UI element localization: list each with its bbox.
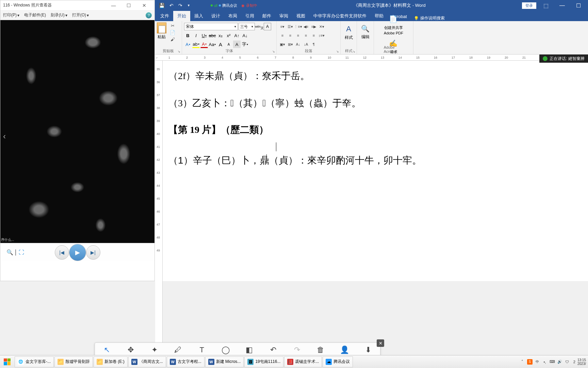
tab-mailings[interactable]: 邮件 [258, 11, 275, 21]
find-icon[interactable]: 🔍 [361, 25, 370, 33]
taskbar-item[interactable]: W新建 Micros... [205, 356, 244, 367]
increase-indent-button[interactable]: ≡▶ [310, 23, 317, 30]
fit-window-icon[interactable]: ⛶ [17, 248, 26, 257]
sort-button[interactable]: A↓ [294, 41, 302, 48]
enclose-char-button[interactable]: 字 [241, 41, 249, 48]
format-painter-icon[interactable]: 🖌 [169, 36, 176, 42]
align-right-button[interactable]: ≡ [294, 32, 302, 39]
tab-zhonghua[interactable]: 中华字库办公套件支持软件 [309, 11, 371, 21]
tab-view[interactable]: 视图 [292, 11, 309, 21]
taskbar-item[interactable]: 📁新加卷 (E:) [94, 356, 128, 367]
word-maximize-button[interactable]: ☐ [572, 2, 585, 9]
shading-button[interactable]: ▣▾ [279, 41, 286, 48]
underline-button[interactable]: U [200, 32, 208, 39]
undo-icon[interactable]: ↶ [169, 3, 174, 8]
menu-burn[interactable]: 刻录(U) ▾ [51, 12, 67, 18]
word-minimize-button[interactable]: — [555, 2, 569, 9]
subscript-button[interactable]: x₂ [217, 32, 224, 39]
clock[interactable]: 13:15 2023/ [577, 358, 586, 366]
maximize-button[interactable]: ☐ [121, 1, 136, 10]
font-color-button[interactable]: A [200, 41, 208, 48]
shrink-font2-button[interactable]: A [225, 41, 232, 48]
styles-launcher-icon[interactable]: ↘ [353, 50, 355, 53]
slideshow-button[interactable]: ▶ [69, 244, 86, 261]
strikethrough-button[interactable]: abc [209, 32, 216, 39]
horizontal-ruler[interactable]: ⌐ 1234567891011121314151617181920212223 [155, 55, 588, 61]
tab-review[interactable]: 审阅 [275, 11, 292, 21]
cut-icon[interactable]: ✂ [169, 22, 176, 29]
tab-design[interactable]: 设计 [207, 11, 224, 21]
photo-display-area[interactable]: ‹ 序什么... [0, 20, 154, 243]
paragraph-launcher-icon[interactable]: ↘ [336, 50, 339, 53]
taskbar-item[interactable]: W古文字考程... [167, 356, 205, 367]
qat-dropdown-icon[interactable]: ▼ [187, 4, 190, 7]
copy-icon[interactable]: 📄 [169, 29, 176, 35]
document-area[interactable]: （2f）辛未鼎（貞）：尞禾于岳。 （3）乙亥卜：𡆥（其）𠬝（寧）䖵（蟲）于㚔。 … [162, 61, 588, 275]
tray-shield-icon[interactable]: 🛡 [565, 359, 570, 365]
align-center-button[interactable]: ≡ [287, 32, 294, 39]
zoom-out-icon[interactable]: 🔍 [6, 248, 14, 257]
tray-up-icon[interactable]: ˄ [520, 359, 525, 365]
line-spacing-button[interactable]: ↕≡▾ [318, 32, 325, 39]
help-icon[interactable]: ? [146, 12, 152, 18]
tab-insert[interactable]: 插入 [190, 11, 207, 21]
login-button[interactable]: 登录 [522, 2, 536, 9]
shrink-font-button[interactable]: A↓ [241, 32, 249, 39]
char-border-button[interactable]: A [264, 23, 271, 30]
distribute-button[interactable]: ≡ [310, 32, 317, 39]
align-left-button[interactable]: ≡ [279, 32, 286, 39]
menu-print[interactable]: 打印(P) ▾ [3, 12, 19, 18]
save-icon[interactable]: 💾 [159, 3, 165, 8]
close-annotation-button[interactable]: ✕ [377, 339, 384, 347]
bullets-button[interactable]: ≡▾ [279, 23, 286, 30]
font-name-select[interactable]: 宋体▾ [184, 23, 238, 30]
tray-punct-icon[interactable]: •, [542, 359, 548, 365]
redo-icon[interactable]: ↷ [178, 3, 182, 8]
minimize-button[interactable]: — [106, 1, 121, 10]
ribbon-options-icon[interactable]: ⬚ [539, 2, 553, 9]
tab-layout[interactable]: 布局 [224, 11, 241, 21]
grow-font2-button[interactable]: A [217, 41, 224, 48]
tell-me-search[interactable]: 💡 操作说明搜索 [414, 15, 445, 21]
tray-keyboard-icon[interactable]: ⌨ [550, 359, 555, 365]
grow-font-button[interactable]: A↑ [233, 32, 241, 39]
font-launcher-icon[interactable]: ↘ [272, 50, 275, 53]
taskbar-item[interactable]: 📕裘锡圭学术... [284, 356, 322, 367]
numbering-button[interactable]: ☰▾ [287, 23, 294, 30]
sort2-button[interactable]: ↓A [302, 41, 310, 48]
tab-file[interactable]: 文件 [156, 11, 173, 21]
show-marks-button[interactable]: ¶ [310, 41, 317, 48]
vertical-ruler[interactable]: 353637383940414243444546474849 [155, 61, 163, 344]
menu-email[interactable]: 电子邮件(E) [24, 12, 46, 18]
italic-button[interactable]: I [192, 32, 200, 39]
highlight-button[interactable]: ab [192, 41, 200, 48]
close-button[interactable]: ✕ [136, 1, 152, 10]
start-button[interactable] [0, 355, 14, 368]
superscript-button[interactable]: x² [225, 32, 232, 39]
taskbar-item[interactable]: 📁殷墟甲骨刻辞 [54, 356, 93, 367]
taskbar-item[interactable]: ☁腾讯会议 [323, 356, 353, 367]
tab-home[interactable]: 开始 [173, 11, 190, 21]
tray-volume-icon[interactable]: 🔊 [557, 359, 562, 365]
next-photo-button[interactable]: ▶| [86, 245, 100, 260]
decrease-indent-button[interactable]: ◀≡ [302, 23, 310, 30]
text-effects-button[interactable]: A [184, 41, 192, 48]
borders-button[interactable]: ⊞▾ [287, 41, 294, 48]
justify-button[interactable]: ≡ [302, 32, 310, 39]
tab-references[interactable]: 引用 [241, 11, 258, 21]
prev-image-arrow[interactable]: ‹ [3, 132, 13, 142]
taskbar-item[interactable]: 🖼19屯南1116... [244, 356, 283, 367]
taskbar-item[interactable]: 🌐金文字形库-... [15, 356, 54, 367]
create-pdf-button[interactable]: 📄 创建并共享 Adobe PDF [384, 15, 403, 35]
menu-open[interactable]: 打开(O) ▾ [72, 12, 89, 18]
taskbar-item[interactable]: W《商周古文... [128, 356, 166, 367]
clear-format-button[interactable]: A [233, 41, 241, 48]
asian-layout-button[interactable]: ✕▾ [318, 23, 325, 30]
change-case-button[interactable]: Aa [209, 41, 216, 48]
clipboard-launcher-icon[interactable]: ↘ [178, 50, 180, 53]
bold-button[interactable]: B [184, 32, 192, 39]
phonetic-guide-button[interactable]: wén文 [256, 23, 263, 30]
tray-lang-icon[interactable]: 中 [535, 359, 540, 365]
styles-icon[interactable]: A [346, 25, 351, 33]
font-size-select[interactable]: 三号▾ [239, 23, 255, 30]
